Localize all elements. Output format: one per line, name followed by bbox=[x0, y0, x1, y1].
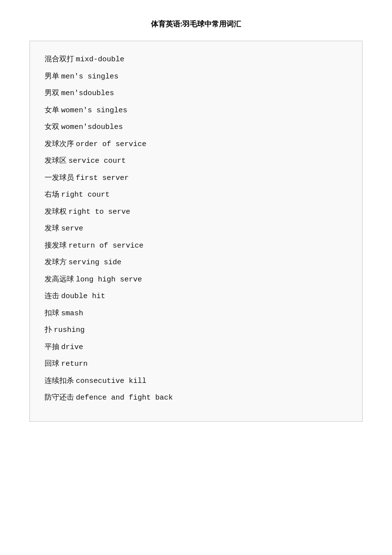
vocab-item: 女单 women's singles bbox=[45, 102, 347, 119]
vocab-chinese: 混合双打 bbox=[45, 55, 76, 63]
vocab-english: women's singles bbox=[61, 106, 127, 115]
vocab-item: 一发球员 first server bbox=[45, 170, 347, 187]
vocab-item: 右场 right court bbox=[45, 186, 347, 203]
vocab-item: 防守还击 defence and fight back bbox=[45, 389, 347, 406]
vocab-english: right to serve bbox=[69, 208, 130, 216]
vocab-item: 扣球 smash bbox=[45, 305, 347, 322]
vocab-english: service court bbox=[69, 157, 126, 165]
vocab-english: double hit bbox=[61, 292, 105, 301]
page-container: 体育英语:羽毛球中常用词汇 混合双打 mixd-double男单 men's s… bbox=[0, 0, 392, 555]
vocab-english: right court bbox=[61, 191, 110, 199]
vocab-english: mixd-double bbox=[76, 55, 124, 64]
content-box: 混合双打 mixd-double男单 men's singles男双 men's… bbox=[29, 41, 363, 422]
vocab-english: men's singles bbox=[61, 73, 119, 81]
vocab-item: 男双 men'sdoubles bbox=[45, 85, 347, 102]
vocab-chinese: 女单 bbox=[45, 106, 61, 114]
vocab-item: 发球 serve bbox=[45, 220, 347, 237]
vocab-english: return bbox=[61, 360, 88, 368]
vocab-chinese: 连续扣杀 bbox=[45, 377, 76, 384]
vocab-item: 发球区 service court bbox=[45, 152, 347, 170]
vocab-chinese: 扑 bbox=[45, 326, 54, 333]
vocab-chinese: 右场 bbox=[45, 190, 61, 198]
vocab-english: smash bbox=[61, 309, 83, 318]
vocab-english: rushing bbox=[54, 326, 85, 334]
vocab-english: order of service bbox=[76, 140, 147, 149]
vocab-chinese: 男双 bbox=[45, 89, 61, 97]
vocab-chinese: 扣球 bbox=[45, 309, 61, 317]
vocab-chinese: 女双 bbox=[45, 123, 61, 130]
vocab-english: men'sdoubles bbox=[61, 89, 114, 98]
vocab-english: serving side bbox=[69, 258, 122, 267]
vocab-item: 发球次序 order of service bbox=[45, 136, 347, 153]
vocab-chinese: 发高远球 bbox=[45, 275, 76, 283]
vocab-item: 平抽 drive bbox=[45, 339, 347, 356]
vocab-english: serve bbox=[61, 225, 83, 233]
vocab-chinese: 回球 bbox=[45, 359, 61, 367]
vocab-item: 回球 return bbox=[45, 355, 347, 373]
vocab-english: consecutive kill bbox=[76, 377, 147, 385]
vocab-chinese: 发球方 bbox=[45, 258, 69, 266]
vocab-item: 混合双打 mixd-double bbox=[45, 51, 347, 68]
vocab-chinese: 男单 bbox=[45, 72, 61, 80]
vocab-english: return of service bbox=[69, 242, 144, 250]
vocab-item: 扑 rushing bbox=[45, 322, 347, 339]
vocab-chinese: 接发球 bbox=[45, 241, 69, 249]
vocab-chinese: 发球次序 bbox=[45, 140, 76, 148]
vocab-chinese: 发球权 bbox=[45, 207, 69, 215]
vocab-item: 发高远球 long high serve bbox=[45, 271, 347, 288]
vocab-english: drive bbox=[61, 343, 83, 352]
vocab-list: 混合双打 mixd-double男单 men's singles男双 men's… bbox=[45, 51, 347, 406]
vocab-item: 女双 women'sdoubles bbox=[45, 119, 347, 136]
vocab-chinese: 发球区 bbox=[45, 156, 69, 164]
vocab-item: 发球权 right to serve bbox=[45, 203, 347, 221]
vocab-chinese: 连击 bbox=[45, 292, 61, 300]
vocab-chinese: 发球 bbox=[45, 224, 61, 232]
vocab-item: 接发球 return of service bbox=[45, 237, 347, 254]
vocab-item: 男单 men's singles bbox=[45, 68, 347, 85]
page-title: 体育英语:羽毛球中常用词汇 bbox=[0, 20, 392, 32]
vocab-english: first server bbox=[76, 174, 129, 182]
vocab-item: 发球方 serving side bbox=[45, 254, 347, 271]
vocab-english: defence and fight back bbox=[76, 394, 173, 402]
vocab-item: 连击 double hit bbox=[45, 288, 347, 305]
vocab-chinese: 防守还击 bbox=[45, 393, 76, 401]
vocab-chinese: 平抽 bbox=[45, 343, 61, 351]
vocab-english: long high serve bbox=[76, 276, 142, 284]
vocab-english: women'sdoubles bbox=[61, 123, 123, 131]
vocab-item: 连续扣杀 consecutive kill bbox=[45, 373, 347, 390]
vocab-chinese: 一发球员 bbox=[45, 174, 76, 181]
